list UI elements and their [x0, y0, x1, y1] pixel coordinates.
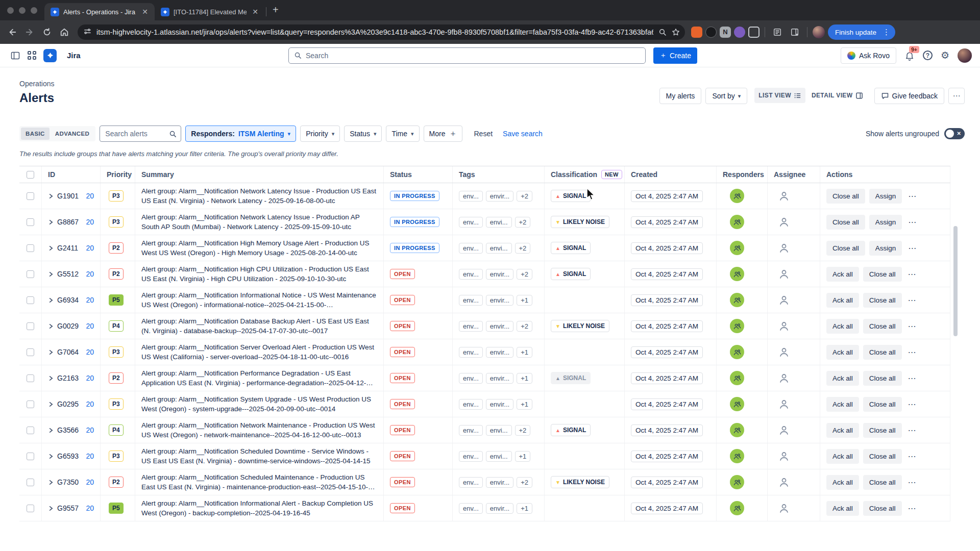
settings-button[interactable]: ⚙ — [941, 51, 949, 60]
tag-chip[interactable]: env... — [459, 425, 483, 436]
expand-row-icon[interactable] — [48, 323, 54, 329]
ack-all-button[interactable]: Ack all — [826, 345, 859, 360]
reading-list-icon[interactable] — [770, 25, 785, 39]
breadcrumb[interactable]: Operations — [19, 80, 54, 88]
assignee-avatar[interactable] — [778, 476, 790, 488]
row-checkbox[interactable] — [27, 244, 34, 252]
browser-tab-alerts[interactable]: Alerts - Operations - Jira ✕ — [44, 3, 155, 20]
tag-chip[interactable]: env... — [459, 321, 483, 332]
responders-team-avatar[interactable] — [730, 267, 744, 281]
alert-group-id[interactable]: G6934 — [57, 296, 79, 304]
expand-row-icon[interactable] — [48, 297, 54, 303]
row-overflow-menu-icon[interactable]: ⋯ — [906, 373, 918, 383]
expand-row-icon[interactable] — [48, 480, 54, 485]
browser-menu-icon[interactable]: ⋮ — [880, 28, 892, 37]
detail-view-tab[interactable]: DETAIL VIEW — [807, 88, 867, 103]
column-header-classification[interactable]: Classification NEW — [545, 166, 625, 183]
ack-all-button[interactable]: Ack all — [826, 371, 859, 386]
assign-button[interactable]: Assign — [869, 241, 902, 256]
ack-all-button[interactable]: Ack all — [826, 293, 859, 308]
alert-group-id[interactable]: G2411 — [57, 244, 78, 252]
window-minimize-icon[interactable] — [19, 7, 26, 14]
expand-row-icon[interactable] — [48, 428, 54, 433]
alert-summary[interactable]: Alert group: Alarm__Notification Schedul… — [141, 446, 383, 466]
row-checkbox[interactable] — [27, 348, 34, 356]
row-overflow-menu-icon[interactable]: ⋯ — [906, 217, 918, 227]
tag-chip[interactable]: envir... — [486, 269, 513, 280]
row-overflow-menu-icon[interactable]: ⋯ — [906, 399, 918, 409]
bookmark-star-icon[interactable] — [672, 28, 680, 36]
tag-overflow-chip[interactable]: +1 — [517, 373, 532, 384]
expand-row-icon[interactable] — [48, 402, 54, 407]
alert-count-link[interactable]: 20 — [86, 218, 94, 226]
assignee-avatar[interactable] — [778, 424, 790, 436]
ack-all-button[interactable]: Ack all — [826, 397, 859, 412]
close-all-button[interactable]: Close all — [863, 423, 902, 438]
tag-chip[interactable]: env... — [459, 503, 483, 514]
expand-row-icon[interactable] — [48, 219, 54, 225]
column-header-summary[interactable]: Summary — [135, 166, 384, 183]
save-search-button[interactable]: Save search — [500, 130, 546, 138]
alert-summary[interactable]: Alert group: Alarm__Notification System … — [141, 394, 383, 414]
row-checkbox[interactable] — [27, 427, 34, 434]
assign-button[interactable]: Assign — [869, 189, 902, 204]
assignee-avatar[interactable] — [778, 268, 790, 280]
header-more-button[interactable]: ⋯ — [948, 88, 965, 104]
alert-summary[interactable]: Alert group: Alarm__Notification Network… — [141, 186, 383, 206]
row-overflow-menu-icon[interactable]: ⋯ — [906, 321, 918, 331]
alert-group-id[interactable]: G0295 — [57, 400, 79, 408]
notifications-button[interactable]: 9+ — [904, 51, 915, 61]
assignee-avatar[interactable] — [778, 502, 790, 514]
tag-chip[interactable]: env... — [459, 295, 483, 306]
responders-filter[interactable]: Responders: ITSM Alerting ▾ — [185, 126, 296, 142]
tag-chip[interactable]: envir... — [486, 295, 513, 306]
close-all-button[interactable]: Close all — [863, 371, 902, 386]
close-all-button[interactable]: Close all — [863, 501, 902, 516]
home-icon[interactable] — [57, 25, 71, 39]
advanced-mode-tab[interactable]: ADVANCED — [51, 128, 94, 140]
alert-group-id[interactable]: G3566 — [57, 426, 79, 434]
tag-overflow-chip[interactable]: +1 — [515, 451, 531, 462]
row-overflow-menu-icon[interactable]: ⋯ — [906, 243, 918, 253]
responders-team-avatar[interactable] — [730, 501, 744, 515]
alert-count-link[interactable]: 20 — [86, 322, 94, 330]
row-overflow-menu-icon[interactable]: ⋯ — [906, 295, 918, 305]
alert-summary[interactable]: Alert group: Alarm__Notification Informa… — [141, 498, 383, 518]
tag-chip[interactable]: envir... — [486, 503, 513, 514]
assignee-avatar[interactable] — [778, 242, 790, 254]
search-input[interactable]: Search — [288, 47, 646, 64]
expand-row-icon[interactable] — [48, 349, 54, 355]
row-overflow-menu-icon[interactable]: ⋯ — [906, 478, 918, 487]
ack-all-button[interactable]: Ack all — [826, 501, 859, 516]
new-tab-button[interactable]: + — [268, 3, 285, 20]
expand-row-icon[interactable] — [48, 375, 54, 381]
alert-count-link[interactable]: 20 — [86, 374, 94, 382]
reload-icon[interactable] — [40, 25, 54, 39]
assignee-avatar[interactable] — [778, 294, 790, 306]
site-settings-icon[interactable] — [84, 28, 91, 37]
responders-team-avatar[interactable] — [730, 319, 744, 333]
column-header-created[interactable]: Created — [625, 166, 717, 183]
tag-chip[interactable]: env... — [459, 217, 483, 228]
tag-overflow-chip[interactable]: +2 — [515, 217, 531, 228]
assignee-avatar[interactable] — [778, 216, 790, 228]
priority-filter[interactable]: Priority▾ — [300, 126, 340, 142]
responders-team-avatar[interactable] — [730, 215, 744, 229]
column-header-id[interactable]: ID — [42, 166, 101, 183]
extension-icon[interactable] — [734, 27, 745, 38]
tag-chip[interactable]: envir... — [486, 321, 513, 332]
responders-team-avatar[interactable] — [730, 241, 744, 255]
tag-overflow-chip[interactable]: +2 — [515, 425, 531, 436]
give-feedback-button[interactable]: Give feedback — [874, 88, 945, 104]
row-checkbox[interactable] — [27, 400, 34, 408]
tag-overflow-chip[interactable]: +1 — [517, 347, 532, 358]
ack-all-button[interactable]: Ack all — [826, 449, 859, 464]
list-view-tab[interactable]: LIST VIEW — [754, 88, 805, 103]
row-checkbox[interactable] — [27, 505, 34, 512]
tag-overflow-chip[interactable]: +1 — [517, 399, 532, 410]
app-switcher-icon[interactable] — [28, 51, 36, 60]
tag-chip[interactable]: env... — [459, 269, 483, 280]
tag-chip[interactable]: envir... — [486, 477, 513, 488]
alert-count-link[interactable]: 20 — [86, 504, 94, 512]
alert-group-id[interactable]: G7350 — [57, 478, 79, 486]
